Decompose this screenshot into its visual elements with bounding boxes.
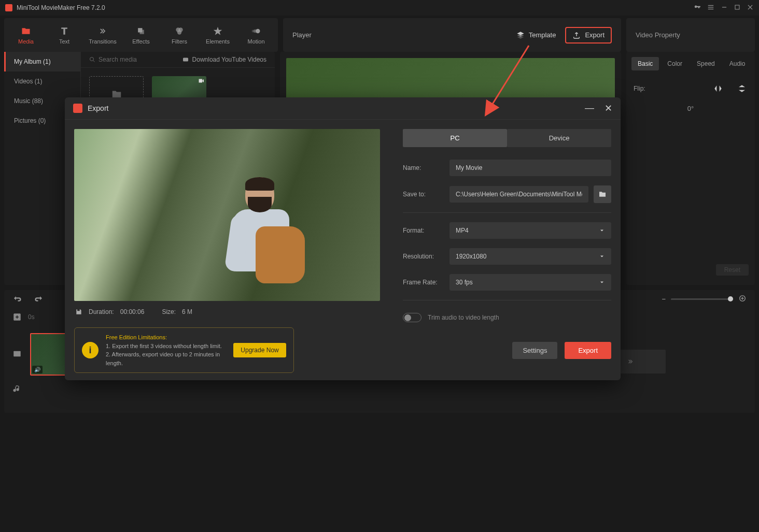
- export-tab-pc[interactable]: PC: [403, 129, 507, 147]
- export-confirm-button[interactable]: Export: [565, 342, 611, 359]
- tool-effects[interactable]: Effects: [122, 22, 160, 48]
- prop-tab-color[interactable]: Color: [661, 57, 688, 70]
- chevron-down-icon: [599, 227, 605, 234]
- key-icon[interactable]: [694, 4, 701, 12]
- export-dialog: Export — ✕ Duration: 00: [65, 97, 621, 380]
- dialog-close-button[interactable]: ✕: [605, 103, 612, 114]
- layers-icon: [516, 31, 525, 39]
- sidebar-item-my-album[interactable]: My Album (1): [4, 52, 80, 71]
- prop-tab-basic[interactable]: Basic: [631, 57, 659, 70]
- trim-audio-toggle[interactable]: [403, 313, 421, 322]
- framerate-label: Frame Rate:: [403, 279, 444, 286]
- tool-elements[interactable]: Elements: [199, 22, 236, 48]
- limitations-line1: 1. Export the first 3 videos without len…: [106, 342, 226, 351]
- limitations-line2: 2. Afterwards, export video up to 2 minu…: [106, 350, 226, 367]
- tool-transitions[interactable]: Transitions: [84, 22, 121, 48]
- minimize-icon[interactable]: [721, 4, 728, 12]
- prop-tab-audio[interactable]: Audio: [723, 57, 752, 70]
- export-dialog-title: Export: [88, 104, 108, 112]
- upload-icon: [572, 31, 581, 39]
- svg-point-14: [252, 30, 255, 32]
- video-indicator-icon: [198, 78, 205, 85]
- svg-rect-17: [183, 58, 188, 62]
- flip-horizontal-button[interactable]: [712, 84, 724, 93]
- browse-folder-button[interactable]: [594, 185, 611, 203]
- youtube-icon: [182, 56, 189, 63]
- save-to-input[interactable]: [449, 186, 588, 203]
- menu-icon[interactable]: [707, 4, 714, 12]
- export-dialog-icon: [73, 104, 82, 113]
- trim-audio-label: Trim audio to video length: [428, 314, 499, 321]
- duration-label: Duration:: [89, 308, 114, 315]
- audio-track-icon: [12, 384, 25, 395]
- player-label: Player: [292, 31, 312, 39]
- limitations-banner: i Free Edition Limitations: 1. Export th…: [74, 327, 294, 373]
- format-select[interactable]: MP4: [449, 222, 611, 239]
- limitations-heading: Free Edition Limitations:: [106, 333, 226, 342]
- tool-text[interactable]: Text: [46, 22, 83, 48]
- app-icon: [5, 4, 12, 11]
- tool-filters[interactable]: Filters: [161, 22, 198, 48]
- export-tab-device[interactable]: Device: [507, 129, 611, 147]
- flip-vertical-button[interactable]: [736, 84, 748, 93]
- tool-media[interactable]: Media: [7, 22, 45, 48]
- svg-point-15: [90, 57, 94, 61]
- close-icon[interactable]: [747, 4, 754, 12]
- size-label: Size:: [162, 308, 176, 315]
- search-input[interactable]: Search media: [89, 56, 137, 63]
- flip-label: Flip:: [634, 85, 645, 92]
- upgrade-button[interactable]: Upgrade Now: [233, 343, 286, 357]
- main-toolbar: Media Text Transitions Effects Filters E…: [4, 18, 278, 52]
- prop-tab-speed[interactable]: Speed: [691, 57, 721, 70]
- export-preview: [74, 129, 380, 301]
- format-label: Format:: [403, 227, 444, 234]
- redo-button[interactable]: [34, 295, 44, 304]
- template-button[interactable]: Template: [516, 31, 556, 39]
- download-youtube-button[interactable]: Download YouTube Videos: [182, 56, 266, 63]
- svg-line-16: [93, 61, 95, 62]
- svg-point-11: [177, 30, 181, 34]
- timeline-start-label: 0s: [28, 313, 35, 321]
- tool-motion[interactable]: Motion: [237, 22, 275, 48]
- chevron-down-icon: [599, 279, 605, 285]
- zoom-fit-button[interactable]: [738, 294, 747, 304]
- name-label: Name:: [403, 164, 444, 171]
- svg-rect-8: [140, 30, 144, 34]
- zoom-slider[interactable]: [671, 298, 733, 300]
- folder-icon: [598, 190, 607, 198]
- resolution-select[interactable]: 1920x1080: [449, 248, 611, 265]
- clip-audio-icon[interactable]: 🔊: [32, 366, 43, 373]
- save-to-label: Save to:: [403, 191, 444, 198]
- zoom-out-button[interactable]: −: [662, 295, 666, 303]
- disk-icon: [75, 308, 82, 315]
- resolution-label: Resolution:: [403, 253, 444, 260]
- sidebar-item-videos[interactable]: Videos (1): [4, 71, 80, 91]
- reset-button[interactable]: Reset: [716, 264, 749, 276]
- dialog-minimize-button[interactable]: —: [585, 103, 594, 114]
- framerate-select[interactable]: 30 fps: [449, 274, 611, 291]
- duration-value: 00:00:06: [120, 308, 145, 315]
- size-value: 6 M: [182, 308, 192, 315]
- maximize-icon[interactable]: [734, 4, 740, 12]
- undo-button[interactable]: [12, 295, 22, 304]
- export-button[interactable]: Export: [565, 27, 612, 44]
- svg-rect-4: [735, 5, 739, 9]
- settings-button[interactable]: Settings: [512, 342, 557, 359]
- name-input[interactable]: [449, 160, 611, 176]
- search-icon: [89, 56, 95, 63]
- video-track-icon: [12, 349, 25, 360]
- svg-rect-24: [13, 351, 21, 356]
- video-property-title: Video Property: [636, 31, 680, 39]
- rotation-value: 0°: [631, 99, 750, 118]
- add-track-button[interactable]: [12, 312, 22, 322]
- info-icon: i: [82, 342, 99, 358]
- app-title: MiniTool MovieMaker Free 7.2.0: [17, 4, 105, 11]
- chevron-down-icon: [599, 253, 605, 260]
